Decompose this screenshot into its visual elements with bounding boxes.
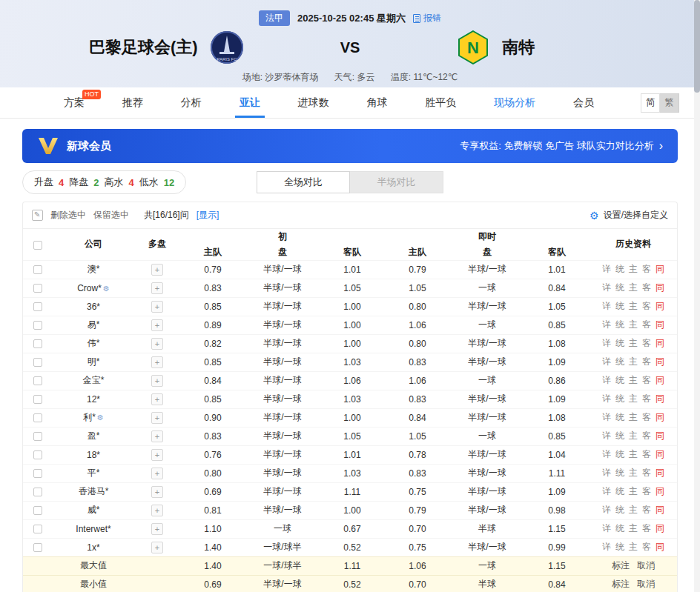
vip-benefits[interactable]: 专享权益: 免费解锁 免广告 球队实力对比分析 › xyxy=(460,139,663,153)
history-link[interactable]: 同 xyxy=(656,468,664,478)
summary-action[interactable]: 取消 xyxy=(637,560,655,571)
history-link[interactable]: 客 xyxy=(642,505,651,515)
history-link[interactable]: 统 xyxy=(615,264,624,274)
nav-tab-7[interactable]: 现场分析 xyxy=(488,87,541,118)
nav-tab-1[interactable]: 推荐 xyxy=(116,87,149,118)
row-checkbox[interactable] xyxy=(33,284,42,293)
history-link[interactable]: 统 xyxy=(615,542,624,552)
history-link[interactable]: 同 xyxy=(656,430,664,441)
history-link[interactable]: 客 xyxy=(642,264,651,274)
company-name[interactable]: 威* xyxy=(53,501,134,519)
history-link[interactable]: 客 xyxy=(642,468,651,478)
history-link[interactable]: 统 xyxy=(615,505,624,515)
history-link[interactable]: 主 xyxy=(629,282,638,293)
history-link[interactable]: 主 xyxy=(629,375,638,385)
history-link[interactable]: 主 xyxy=(629,505,638,515)
history-link[interactable]: 主 xyxy=(629,486,638,496)
history-link[interactable]: 统 xyxy=(615,319,624,330)
history-link[interactable]: 客 xyxy=(642,319,651,330)
company-name[interactable]: 香港马* xyxy=(53,482,134,501)
row-checkbox[interactable] xyxy=(33,358,42,367)
nav-tab-4[interactable]: 进球数 xyxy=(292,87,335,118)
history-link[interactable]: 客 xyxy=(642,375,651,385)
company-name[interactable]: Interwet* xyxy=(53,519,134,538)
history-link[interactable]: 统 xyxy=(615,468,624,478)
row-checkbox[interactable] xyxy=(33,265,42,274)
expand-multi-button[interactable]: + xyxy=(151,449,163,461)
history-link[interactable]: 同 xyxy=(656,301,664,311)
history-link[interactable]: 同 xyxy=(656,282,664,293)
history-link[interactable]: 详 xyxy=(602,523,611,533)
edit-selection-icon[interactable] xyxy=(32,210,43,221)
row-checkbox[interactable] xyxy=(33,488,42,496)
history-link[interactable]: 主 xyxy=(629,449,638,459)
history-link[interactable]: 同 xyxy=(656,264,664,274)
history-link[interactable]: 详 xyxy=(602,393,611,404)
row-checkbox[interactable] xyxy=(33,469,42,478)
history-link[interactable]: 主 xyxy=(629,412,638,422)
history-link[interactable]: 详 xyxy=(602,542,611,552)
history-link[interactable]: 详 xyxy=(602,264,611,274)
expand-multi-button[interactable]: + xyxy=(151,542,163,553)
history-link[interactable]: 客 xyxy=(642,282,651,293)
history-link[interactable]: 详 xyxy=(602,486,611,496)
history-link[interactable]: 统 xyxy=(615,430,624,441)
history-link[interactable]: 同 xyxy=(656,449,664,459)
row-checkbox[interactable] xyxy=(33,543,42,552)
row-checkbox[interactable] xyxy=(33,525,42,533)
expand-multi-button[interactable]: + xyxy=(151,505,163,516)
history-link[interactable]: 客 xyxy=(642,412,651,422)
lang-traditional-button[interactable]: 繁 xyxy=(660,93,679,113)
history-link[interactable]: 同 xyxy=(656,338,664,348)
expand-multi-button[interactable]: + xyxy=(151,468,163,479)
company-gear-icon[interactable]: ⚙ xyxy=(103,285,110,293)
company-name[interactable]: 盈* xyxy=(53,427,134,445)
row-checkbox[interactable] xyxy=(33,506,42,515)
expand-multi-button[interactable]: + xyxy=(151,282,163,294)
history-link[interactable]: 详 xyxy=(602,375,611,385)
history-link[interactable]: 详 xyxy=(602,338,611,348)
scrollbar-thumb[interactable] xyxy=(694,0,700,93)
expand-multi-button[interactable]: + xyxy=(151,486,163,498)
lang-simplified-button[interactable]: 简 xyxy=(641,93,660,113)
history-link[interactable]: 主 xyxy=(629,356,638,367)
company-name[interactable]: 易* xyxy=(53,316,134,334)
row-checkbox[interactable] xyxy=(33,413,42,422)
history-link[interactable]: 同 xyxy=(656,486,664,496)
nav-tab-5[interactable]: 角球 xyxy=(360,87,393,118)
summary-action[interactable]: 标注 xyxy=(612,560,630,571)
history-link[interactable]: 统 xyxy=(615,301,624,311)
row-checkbox[interactable] xyxy=(33,450,42,459)
history-link[interactable]: 客 xyxy=(642,356,651,367)
nav-tab-8[interactable]: 会员 xyxy=(567,87,600,118)
nav-tab-3[interactable]: 亚让 xyxy=(234,87,266,118)
keep-selected-button[interactable]: 保留选中 xyxy=(93,209,129,222)
history-link[interactable]: 详 xyxy=(602,356,611,367)
company-name[interactable]: 36* xyxy=(53,297,134,316)
company-name[interactable]: Crow*⚙ xyxy=(53,279,134,297)
select-all-checkbox[interactable] xyxy=(33,241,42,250)
history-link[interactable]: 详 xyxy=(602,505,611,515)
history-link[interactable]: 主 xyxy=(629,468,638,478)
history-link[interactable]: 同 xyxy=(656,505,664,515)
history-link[interactable]: 客 xyxy=(642,301,651,311)
nav-tab-0[interactable]: 方案HOT xyxy=(58,87,90,118)
expand-multi-button[interactable]: + xyxy=(151,393,163,405)
company-name[interactable]: 18* xyxy=(53,445,134,464)
history-link[interactable]: 统 xyxy=(615,449,624,459)
history-link[interactable]: 统 xyxy=(615,412,624,422)
history-link[interactable]: 统 xyxy=(615,282,624,293)
expand-multi-button[interactable]: + xyxy=(151,430,163,442)
history-link[interactable]: 详 xyxy=(602,301,611,311)
company-name[interactable]: 利*⚙ xyxy=(53,408,134,427)
history-link[interactable]: 统 xyxy=(615,486,624,496)
company-name[interactable]: 伟* xyxy=(53,334,134,353)
expand-multi-button[interactable]: + xyxy=(151,301,163,313)
history-link[interactable]: 详 xyxy=(602,449,611,459)
row-checkbox[interactable] xyxy=(33,432,42,441)
settings-button[interactable]: ⚙ 设置/选择自定义 xyxy=(590,209,668,222)
history-link[interactable]: 客 xyxy=(642,542,651,552)
expand-multi-button[interactable]: + xyxy=(151,412,163,424)
history-link[interactable]: 主 xyxy=(629,430,638,441)
history-link[interactable]: 同 xyxy=(656,412,664,422)
